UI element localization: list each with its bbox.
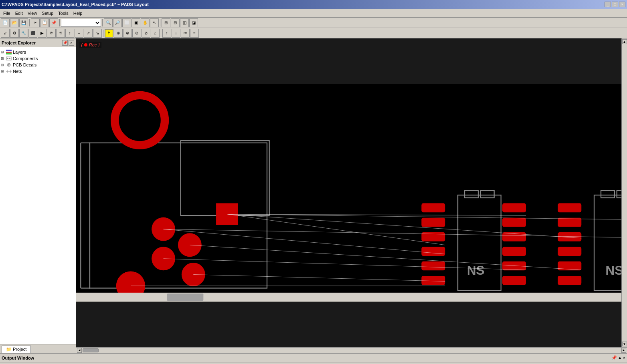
svg-rect-33 — [502, 247, 526, 256]
tb2-btn11[interactable]: ↘ — [93, 29, 102, 38]
svg-rect-1 — [6, 52, 12, 53]
toolbar1: 📄 📂 💾 ✂ 📋 📌 (H) Top 🔍 🔎 ⬜ ▣ ✋ ↖ ⊞ ⊟ ◫ ◪ — [0, 18, 627, 28]
menu-help[interactable]: Help — [71, 9, 85, 17]
pe-close-button[interactable]: × — [69, 40, 74, 46]
tb2-btn7[interactable]: ⟲ — [56, 29, 65, 38]
grid-button[interactable]: ⊞ — [162, 18, 170, 27]
tb2-sep1 — [103, 30, 103, 37]
tb2-btn17[interactable]: ↑ — [162, 29, 171, 38]
tb2-btn18[interactable]: ↓ — [172, 29, 180, 38]
tb2-btn15[interactable]: ⊘ — [142, 29, 150, 38]
tree-item-components[interactable]: ⊞ Components — [1, 55, 75, 62]
menu-file[interactable]: File — [1, 9, 13, 17]
menu-edit[interactable]: Edit — [13, 9, 25, 17]
canvas-scrollbar-bottom[interactable]: ◄ ► — [76, 347, 627, 353]
tree-item-layers[interactable]: ⊞ Layers — [1, 49, 75, 55]
zoom-in-button[interactable]: 🔍 — [104, 18, 113, 27]
nets-icon — [6, 68, 12, 74]
pcb-decals-label: PCB Decals — [13, 62, 36, 67]
tb2-btn9[interactable]: ↔ — [75, 29, 83, 38]
tb2-btn13[interactable]: ⊗ — [123, 29, 132, 38]
zoom-out-button[interactable]: 🔎 — [113, 18, 122, 27]
menu-view[interactable]: View — [25, 9, 40, 17]
tb2-btn2[interactable]: ⚙ — [10, 29, 19, 38]
separator4 — [160, 19, 160, 26]
svg-rect-2 — [6, 53, 12, 54]
svg-rect-26 — [421, 276, 445, 285]
ow-controls[interactable]: 📌 ▲ × — [611, 355, 625, 360]
cut-button[interactable]: ✂ — [31, 18, 40, 27]
project-tab[interactable]: 📁 Project — [2, 346, 31, 353]
svg-rect-39 — [558, 203, 581, 213]
menu-tools[interactable]: Tools — [56, 9, 71, 17]
svg-rect-30 — [502, 203, 526, 213]
svg-rect-44 — [558, 276, 581, 285]
scroll-up-button[interactable]: ▲ — [622, 39, 627, 44]
svg-point-7 — [8, 64, 10, 66]
minimize-button[interactable]: _ — [605, 2, 611, 7]
svg-text:NS: NS — [467, 263, 485, 278]
zoom-sel-button[interactable]: ▣ — [131, 18, 140, 27]
svg-rect-34 — [502, 261, 526, 271]
svg-rect-3 — [6, 57, 11, 60]
pcb-canvas[interactable]: { Rec } — [76, 38, 621, 347]
separator3 — [102, 19, 103, 26]
tb2-btn10[interactable]: ↗ — [84, 29, 93, 38]
tree-item-nets[interactable]: ⊞ Nets — [1, 68, 75, 74]
save-button[interactable]: 💾 — [19, 18, 28, 27]
nets-label: Nets — [13, 69, 22, 74]
svg-rect-25 — [421, 261, 445, 271]
canvas-area: { Rec } — [76, 38, 627, 353]
select-button[interactable]: ↖ — [150, 18, 159, 27]
ow-float-button[interactable]: ▲ — [618, 355, 622, 360]
tb2-route[interactable]: Rt — [181, 29, 190, 38]
tb2-btn4[interactable]: ⬛ — [28, 29, 37, 38]
pe-controls[interactable]: 📌 × — [62, 40, 74, 46]
tb2-highlight[interactable]: H — [105, 29, 113, 38]
scroll-down-button[interactable]: ▼ — [622, 342, 627, 346]
tree-item-pcb-decals[interactable]: ⊞ PCB Decals — [1, 62, 75, 68]
tb2-btn1[interactable]: ↙ — [1, 29, 10, 38]
snap-button[interactable]: ⊟ — [171, 18, 180, 27]
tb2-btn6[interactable]: ⟳ — [47, 29, 56, 38]
separator1 — [29, 19, 30, 26]
svg-rect-21 — [421, 203, 445, 213]
expand-layers-icon: ⊞ — [1, 50, 6, 54]
tb2-btn8[interactable]: ↕ — [65, 29, 74, 38]
new-button[interactable]: 📄 — [1, 18, 10, 27]
display2-button[interactable]: ◪ — [189, 18, 198, 27]
expand-components-icon: ⊞ — [1, 56, 6, 60]
copy-button[interactable]: 📋 — [40, 18, 49, 27]
pan-button[interactable]: ✋ — [141, 18, 150, 27]
scroll-left-button[interactable]: ◄ — [77, 348, 82, 353]
components-icon — [6, 56, 12, 61]
pcb-decals-icon — [6, 62, 12, 68]
ow-close-button[interactable]: × — [623, 355, 625, 360]
open-button[interactable]: 📂 — [10, 18, 19, 27]
tb2-btn3[interactable]: 🔧 — [19, 29, 28, 38]
display-button[interactable]: ◫ — [180, 18, 189, 27]
title-bar: C:\WPADS Projects\Samples\Layout_Eval_Pl… — [0, 0, 627, 9]
tb2-btn12[interactable]: ⊕ — [114, 29, 123, 38]
layer-dropdown[interactable]: (H) Top — [61, 19, 101, 27]
layers-icon — [6, 49, 12, 55]
scroll-right-button[interactable]: ► — [621, 348, 626, 353]
separator2 — [59, 19, 60, 26]
menu-setup[interactable]: Setup — [39, 9, 56, 17]
maximize-button[interactable]: □ — [612, 2, 618, 7]
paste-button[interactable]: 📌 — [49, 18, 58, 27]
tb2-btn5[interactable]: ▶ — [38, 29, 47, 38]
canvas-scrollbar-right[interactable]: ▲ ▼ — [621, 38, 627, 347]
svg-rect-40 — [558, 218, 581, 227]
tb2-btn16[interactable]: ⟀ — [151, 29, 160, 38]
tb2-btn19[interactable]: ≡ — [190, 29, 199, 38]
zoom-fit-button[interactable]: ⬜ — [122, 18, 131, 27]
close-button[interactable]: × — [619, 2, 625, 7]
tb2-sep2 — [161, 30, 161, 37]
svg-rect-5 — [9, 58, 10, 59]
layers-label: Layers — [13, 50, 26, 54]
tb2-btn14[interactable]: ⊙ — [132, 29, 141, 38]
window-controls[interactable]: _ □ × — [605, 2, 625, 7]
pe-pin-button[interactable]: 📌 — [62, 40, 68, 46]
ow-pin-button[interactable]: 📌 — [611, 355, 617, 360]
